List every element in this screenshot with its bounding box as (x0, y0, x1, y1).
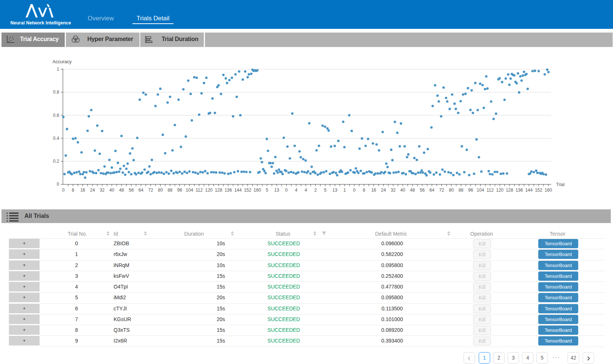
svg-text:4: 4 (304, 188, 307, 193)
svg-text:112: 112 (196, 188, 203, 193)
svg-text:56: 56 (129, 188, 134, 193)
svg-text:88: 88 (458, 188, 464, 193)
svg-text:5: 5 (266, 188, 268, 193)
svg-text:13: 13 (333, 188, 338, 193)
svg-text:0: 0 (353, 188, 356, 193)
svg-text:80: 80 (158, 188, 163, 193)
svg-text:128: 128 (215, 188, 222, 193)
svg-text:0: 0 (285, 188, 288, 193)
svg-text:0.6: 0.6 (53, 113, 59, 118)
svg-text:96: 96 (177, 188, 182, 193)
svg-text:72: 72 (439, 188, 444, 193)
svg-text:128: 128 (506, 188, 513, 193)
svg-text:160: 160 (254, 188, 261, 193)
svg-text:8: 8 (363, 188, 366, 193)
svg-text:88: 88 (168, 188, 173, 193)
svg-text:24: 24 (90, 188, 95, 193)
svg-text:1: 1 (57, 67, 59, 72)
svg-text:4: 4 (295, 188, 297, 193)
svg-text:104: 104 (186, 188, 193, 193)
svg-text:13: 13 (274, 188, 279, 193)
svg-text:2: 2 (314, 188, 317, 193)
svg-text:32: 32 (100, 188, 105, 193)
svg-text:1: 1 (343, 188, 346, 193)
svg-text:120: 120 (496, 188, 503, 193)
svg-text:80: 80 (449, 188, 454, 193)
svg-text:0: 0 (57, 182, 59, 187)
svg-text:152: 152 (244, 188, 251, 193)
svg-text:144: 144 (234, 188, 242, 193)
svg-text:0: 0 (62, 188, 65, 193)
svg-text:40: 40 (400, 188, 405, 193)
svg-text:152: 152 (535, 188, 542, 193)
svg-text:0.4: 0.4 (53, 136, 59, 141)
svg-text:8: 8 (72, 188, 74, 193)
svg-text:16: 16 (80, 188, 85, 193)
svg-text:0.2: 0.2 (53, 159, 59, 164)
svg-text:96: 96 (468, 188, 474, 193)
svg-text:48: 48 (410, 188, 415, 193)
svg-text:144: 144 (525, 188, 533, 193)
svg-text:136: 136 (515, 188, 523, 193)
svg-text:5: 5 (324, 188, 327, 193)
svg-text:160: 160 (545, 188, 552, 193)
svg-text:16: 16 (371, 188, 376, 193)
svg-text:64: 64 (138, 188, 144, 193)
svg-text:0.8: 0.8 (53, 90, 59, 95)
svg-text:56: 56 (420, 188, 425, 193)
svg-text:40: 40 (110, 188, 115, 193)
svg-text:72: 72 (148, 188, 154, 193)
svg-text:112: 112 (486, 188, 494, 193)
svg-text:Trial: Trial (556, 182, 565, 187)
svg-text:64: 64 (430, 188, 435, 193)
svg-text:136: 136 (225, 188, 232, 193)
svg-text:32: 32 (391, 188, 396, 193)
svg-text:104: 104 (477, 188, 484, 193)
svg-text:48: 48 (119, 188, 124, 193)
svg-text:24: 24 (381, 188, 386, 193)
svg-text:Accuracy: Accuracy (53, 59, 72, 64)
svg-text:120: 120 (205, 188, 212, 193)
